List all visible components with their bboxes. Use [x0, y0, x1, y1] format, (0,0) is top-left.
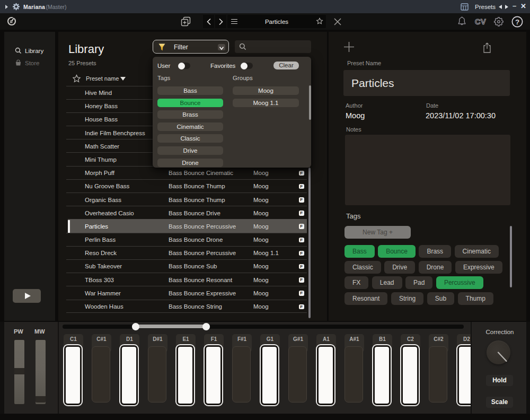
preset-row[interactable]: War HammerBass Bounce ExpressiveMoogF [66, 286, 307, 299]
filter-tag-chip[interactable]: Brass [157, 110, 223, 119]
forward-button[interactable] [215, 15, 226, 28]
piano-key[interactable] [344, 346, 363, 402]
share-icon[interactable] [483, 42, 491, 53]
preview-play-button[interactable] [13, 289, 41, 303]
tag-chip[interactable]: Percussive [436, 276, 483, 289]
preset-row[interactable]: Perlin BassBass Bounce DroneMoogF [66, 233, 307, 246]
user-toggle[interactable] [178, 63, 190, 69]
piano-key[interactable] [232, 346, 251, 402]
tag-chip[interactable]: Drone [419, 261, 452, 274]
sidebar-item-library[interactable]: Library [15, 47, 43, 54]
notes-input[interactable] [345, 135, 510, 205]
filter-group-chip[interactable]: Moog [233, 86, 299, 95]
tag-chip[interactable]: FX [344, 276, 368, 289]
preset-next-button[interactable] [505, 5, 508, 9]
dropdown-scrollbar[interactable] [309, 85, 311, 120]
pitch-wheel[interactable] [14, 340, 24, 404]
list-scrollbar[interactable] [308, 168, 311, 318]
notifications-bell-icon[interactable] [456, 16, 467, 27]
tag-chip[interactable]: Drive [384, 261, 415, 274]
tag-chip[interactable]: Bass [344, 245, 375, 258]
filter-tag-chip[interactable]: Cinematic [157, 122, 223, 131]
tag-chip[interactable]: Lead [372, 276, 402, 289]
presets-label[interactable]: Presets [475, 4, 496, 10]
sort-direction-icon[interactable] [120, 77, 126, 81]
piano-key[interactable] [429, 346, 447, 402]
presets-grid-icon[interactable] [461, 3, 469, 11]
piano-key[interactable] [92, 346, 110, 402]
tag-chip[interactable]: Pad [405, 276, 432, 289]
filter-tag-chip[interactable]: Bounce [157, 99, 223, 107]
piano-key[interactable] [64, 345, 82, 405]
filter-tag-chip[interactable]: Classic [157, 134, 223, 143]
tag-chip[interactable]: Resonant [344, 292, 387, 305]
collapse-caret-icon[interactable] [5, 5, 8, 9]
cv-settings-icon[interactable]: CV [474, 17, 488, 27]
preset-row[interactable]: Sub TakeoverBass Bounce SubMoogF [66, 259, 307, 273]
keyboard-scroll-thumb[interactable] [132, 325, 210, 328]
preset-row[interactable]: Organic BassBass Bounce ThumpMoogF [66, 192, 307, 206]
piano-key[interactable] [457, 345, 471, 405]
help-icon[interactable]: ? [511, 16, 523, 28]
piano-key[interactable] [373, 345, 391, 405]
sort-column-label[interactable]: Preset name [86, 75, 119, 82]
preset-row[interactable]: Wooden HausBass Bounce StringMoogF [66, 300, 307, 313]
back-button[interactable] [203, 15, 214, 28]
filter-tag-chip[interactable]: Drive [157, 146, 223, 155]
correction-knob[interactable] [487, 340, 510, 364]
preset-name-field[interactable]: Particles [227, 15, 326, 28]
tag-chip[interactable]: Bounce [378, 245, 416, 258]
filter-dropdown-panel: User Favorites Clear Tags Groups BassBou… [153, 57, 311, 168]
piano-key[interactable] [401, 345, 419, 405]
preset-name-input[interactable]: Particles [343, 70, 510, 96]
filter-group-chip[interactable]: Moog 1.1 [233, 99, 299, 107]
tag-chip[interactable]: Sub [427, 292, 454, 305]
tag-chip[interactable]: Classic [344, 261, 381, 274]
window-right-border [526, 322, 530, 414]
keyboard-scroll-track[interactable] [63, 325, 464, 329]
favorites-toggle[interactable] [241, 63, 253, 69]
tag-chip[interactable]: Cinematic [455, 245, 499, 258]
preset-row-tags: Bass Bounce Resonant [169, 277, 232, 283]
preset-row[interactable]: Nu Groove BassBass Bounce ThumpMoogF [66, 179, 307, 192]
add-preset-icon[interactable] [343, 41, 355, 52]
tag-chip[interactable]: String [391, 292, 423, 305]
duplicate-preset-icon[interactable] [181, 16, 191, 27]
header-star-icon[interactable] [72, 74, 81, 83]
piano-key[interactable] [261, 345, 278, 405]
piano-key[interactable] [176, 345, 194, 405]
clear-filters-button[interactable]: Clear [273, 62, 299, 69]
preset-row[interactable]: Morph PuffBass Bounce CinematicMoogF [66, 166, 307, 179]
filter-tag-chip[interactable]: Drone [157, 159, 223, 167]
preset-row[interactable]: Reso DreckBass Bounce PercussiveMoog 1.1… [66, 246, 307, 259]
tag-chip[interactable]: Thump [458, 292, 493, 305]
piano-key[interactable] [148, 346, 166, 402]
piano-key[interactable] [120, 345, 138, 405]
detail-scrollbar[interactable] [510, 226, 512, 287]
minimize-button[interactable]: – [513, 2, 516, 10]
clear-preset-icon[interactable] [333, 18, 342, 26]
filter-dropdown-button[interactable]: Filter [153, 40, 229, 54]
hold-button[interactable]: Hold [486, 375, 513, 386]
tag-chip[interactable]: Brass [419, 245, 451, 258]
piano-key[interactable] [317, 345, 334, 405]
scale-button[interactable]: Scale [486, 397, 513, 408]
search-input[interactable] [235, 40, 311, 53]
close-button[interactable]: ✕ [520, 2, 526, 10]
preset-row[interactable]: TBoss 303Bass Bounce ResonantMoogF [66, 273, 307, 286]
new-tag-button[interactable]: New Tag + [344, 226, 411, 239]
favorite-star-icon[interactable] [316, 18, 323, 25]
preset-row[interactable]: Overheated CasioBass Bounce DriveMoogF [66, 206, 307, 219]
piano-key[interactable] [205, 345, 222, 405]
preset-row[interactable]: ParticlesBass Bounce PercussiveMoogF [66, 219, 307, 232]
plugin-gear-icon[interactable] [12, 3, 20, 11]
preset-field-value: Particles [227, 19, 326, 25]
preset-prev-button[interactable] [499, 5, 502, 9]
filter-tag-chip[interactable]: Bass [157, 86, 223, 95]
piano-key[interactable] [288, 346, 307, 402]
mod-wheel[interactable] [36, 340, 46, 404]
tag-chip[interactable]: Expressive [455, 261, 502, 274]
settings-gear-icon[interactable] [493, 16, 504, 27]
sidebar-item-store[interactable]: Store [15, 59, 40, 66]
help-icon-text: ? [515, 18, 519, 26]
